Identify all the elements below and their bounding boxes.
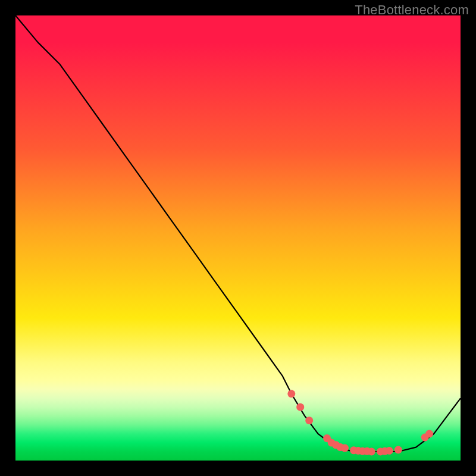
highlight-dot [305, 416, 313, 424]
chart-frame: TheBottleneck.com [0, 0, 476, 476]
highlight-dot [287, 390, 295, 397]
highlight-dot [296, 403, 304, 411]
highlight-dot [394, 446, 402, 454]
highlight-dot [425, 430, 433, 438]
highlight-dot [386, 447, 393, 455]
highlight-dot [341, 444, 349, 452]
highlight-dot [368, 448, 375, 456]
chart-overlay [15, 15, 461, 461]
watermark-text: TheBottleneck.com [355, 2, 469, 18]
bottleneck-curve [15, 15, 461, 452]
highlight-dots-group [287, 390, 433, 455]
